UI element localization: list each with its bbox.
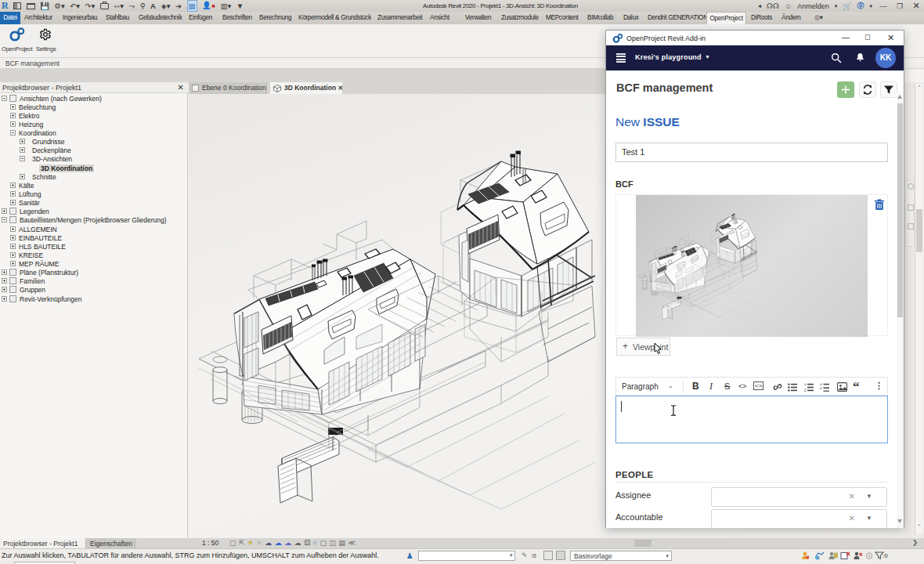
svg-text:1: 1 [804,383,807,386]
svg-text:2: 2 [804,389,807,392]
